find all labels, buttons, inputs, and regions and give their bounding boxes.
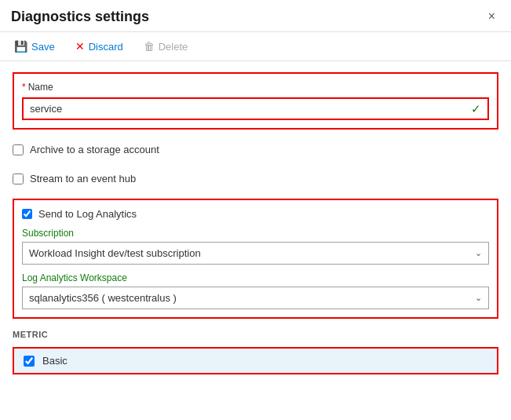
- subscription-field: Subscription Workload Insight dev/test s…: [22, 228, 489, 265]
- basic-metric-checkbox[interactable]: [24, 356, 35, 367]
- toolbar: 💾 Save ✕ Discard 🗑 Delete: [0, 32, 511, 61]
- discard-button[interactable]: ✕ Discard: [72, 38, 126, 54]
- close-button[interactable]: ×: [484, 8, 500, 25]
- archive-label[interactable]: Archive to a storage account: [30, 144, 159, 155]
- subscription-label: Subscription: [22, 228, 489, 239]
- archive-checkbox[interactable]: [13, 144, 24, 155]
- workspace-dropdown[interactable]: sqlanalytics356 ( westcentralus ): [23, 287, 488, 309]
- subscription-dropdown-wrapper: Workload Insight dev/test subscription ⌄: [22, 242, 489, 265]
- delete-label: Delete: [159, 41, 188, 53]
- name-field-label: *Name: [22, 82, 489, 93]
- subscription-dropdown[interactable]: Workload Insight dev/test subscription: [23, 243, 488, 264]
- save-icon: 💾: [14, 40, 27, 53]
- name-input-wrapper: ✓: [22, 97, 489, 120]
- basic-metric-row: Basic: [13, 347, 498, 374]
- form-content: *Name ✓ Archive to a storage account Str…: [0, 61, 511, 420]
- save-label: Save: [31, 41, 55, 53]
- save-button[interactable]: 💾 Save: [11, 38, 58, 54]
- valid-checkmark-icon: ✓: [471, 102, 481, 116]
- discard-icon: ✕: [75, 40, 85, 53]
- discard-label: Discard: [89, 41, 123, 53]
- required-star: *: [22, 82, 26, 93]
- log-analytics-label[interactable]: Send to Log Analytics: [38, 208, 137, 220]
- stream-label[interactable]: Stream to an event hub: [30, 173, 136, 184]
- metric-section: METRIC Basic: [13, 330, 498, 374]
- log-analytics-section: Send to Log Analytics Subscription Workl…: [13, 199, 498, 319]
- delete-icon: 🗑: [144, 40, 155, 53]
- workspace-field: Log Analytics Workspace sqlanalytics356 …: [22, 272, 489, 309]
- panel-title: Diagnostics settings: [11, 9, 149, 25]
- metric-header: METRIC: [13, 330, 498, 342]
- log-analytics-header: Send to Log Analytics: [22, 208, 489, 220]
- stream-row: Stream to an event hub: [13, 170, 498, 188]
- basic-metric-label[interactable]: Basic: [42, 355, 68, 367]
- panel-header: Diagnostics settings ×: [0, 0, 511, 32]
- archive-row: Archive to a storage account: [13, 141, 498, 159]
- name-section: *Name ✓: [13, 72, 498, 130]
- log-analytics-checkbox[interactable]: [22, 209, 32, 219]
- workspace-dropdown-wrapper: sqlanalytics356 ( westcentralus ) ⌄: [22, 287, 489, 309]
- workspace-label: Log Analytics Workspace: [22, 272, 489, 283]
- diagnostics-panel: Diagnostics settings × 💾 Save ✕ Discard …: [0, 0, 511, 420]
- name-input[interactable]: [24, 99, 487, 119]
- delete-button[interactable]: 🗑 Delete: [141, 38, 192, 54]
- stream-checkbox[interactable]: [13, 173, 24, 184]
